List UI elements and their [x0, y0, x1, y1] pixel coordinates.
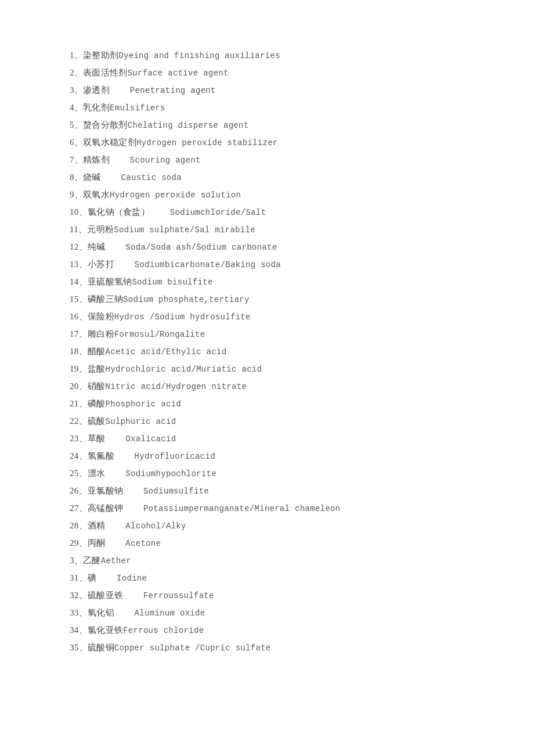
item-zh: 表面活性剂	[83, 68, 128, 77]
list-item: 12、纯碱 Soda/Soda ash/Sodium carbonate	[70, 238, 464, 255]
item-number: 21、	[70, 399, 88, 408]
list-item: 32、硫酸亚铁 Ferroussulfate	[70, 586, 464, 604]
list-item: 17、雕白粉Formosul/Rongalite	[70, 325, 464, 343]
item-en: Sodiumchloride/Salt	[150, 208, 266, 217]
list-item: 27、高锰酸钾 Potassiumpermanganate/Mineral ch…	[70, 499, 464, 517]
list-item: 16、保险粉Hydros /Sodium hydrosulfite	[70, 308, 464, 325]
item-zh: 亚氯酸钠	[88, 486, 123, 495]
list-item: 26、亚氯酸钠 Sodiumsulfite	[70, 482, 464, 499]
item-en: Acetic acid/Ethylic acid	[106, 347, 227, 357]
list-item: 6、双氧水稳定剂Hydrogen peroxide stabilizer	[70, 134, 464, 151]
list-item: 34、氯化亚铁Ferrous chloride	[70, 621, 464, 639]
item-zh: 双氧水稳定剂	[83, 138, 136, 147]
item-en: Iodine	[96, 574, 147, 583]
item-number: 17、	[70, 329, 88, 339]
item-zh: 双氧水	[83, 190, 110, 199]
list-item: 33、氧化铝 Aluminum oxide	[70, 604, 464, 621]
item-number: 31、	[70, 573, 88, 582]
item-en: Sodium sulphate/Sal mirabile	[114, 225, 255, 235]
item-number: 13、	[70, 260, 88, 269]
list-item: 15、磷酸三钠Sodium phosphate,tertiary	[70, 290, 464, 308]
item-number: 12、	[70, 242, 88, 251]
item-zh: 硝酸	[88, 381, 106, 391]
item-number: 15、	[70, 294, 88, 304]
item-en: Ferroussulfate	[123, 591, 214, 600]
list-item: 22、硫酸Sulphuric acid	[70, 412, 464, 430]
item-zh: 硫酸铜	[88, 643, 114, 652]
item-en: Acetone	[106, 539, 161, 548]
item-zh: 磷酸三钠	[88, 294, 123, 304]
item-zh: 亚硫酸氢钠	[88, 277, 132, 286]
item-en: Ferrous chloride	[123, 626, 204, 635]
item-number: 24、	[70, 451, 88, 460]
item-en: Hydros /Sodium hydrosulfite	[114, 312, 251, 322]
item-zh: 雕白粉	[88, 329, 114, 339]
list-item: 19、盐酸Hydrochloric acid/Muriatic acid	[70, 360, 464, 377]
item-en: Sodium bisulfite	[132, 278, 212, 287]
item-en: Chelating disperse agent	[128, 121, 249, 130]
item-number: 34、	[70, 625, 88, 635]
list-item: 20、硝酸Nitric acid/Hydrogen nitrate	[70, 377, 464, 395]
item-zh: 盐酸	[88, 364, 106, 373]
item-en: Hydrogen peroxide stabilizer	[136, 138, 278, 147]
item-en: Sodiumsulfite	[123, 487, 209, 496]
item-number: 25、	[70, 469, 88, 478]
list-item: 14、亚硫酸氢钠Sodium bisulfite	[70, 273, 464, 290]
list-item: 29、丙酮 Acetone	[70, 534, 464, 552]
item-number: 10、	[70, 207, 88, 217]
item-en: Sodiumbicarbonate/Baking soda	[114, 260, 281, 269]
list-item: 24、氢氟酸 Hydrofluoricacid	[70, 447, 464, 465]
item-en: Scouring agent	[110, 156, 201, 165]
item-number: 35、	[70, 643, 88, 652]
item-number: 3、	[70, 556, 83, 565]
item-zh: 元明粉	[87, 225, 114, 234]
item-en: Soda/Soda ash/Sodium carbonate	[106, 243, 277, 252]
list-item: 21、磷酸Phosphoric acid	[70, 395, 464, 412]
item-zh: 酒精	[88, 521, 106, 530]
item-en: Aether	[101, 556, 131, 566]
item-zh: 磷酸	[88, 399, 106, 408]
item-zh: 高锰酸钾	[88, 503, 123, 513]
item-number: 5、	[70, 120, 83, 129]
list-item: 35、硫酸铜Copper sulphate /Cupric sulfate	[70, 639, 464, 656]
item-en: Hydrochloric acid/Muriatic acid	[106, 365, 262, 374]
list-item: 4、乳化剂Emulsifiers	[70, 99, 464, 116]
item-number: 33、	[70, 608, 88, 617]
item-number: 29、	[70, 538, 88, 548]
item-zh: 保险粉	[88, 312, 114, 321]
item-number: 22、	[70, 416, 88, 426]
chemical-list: 1、染整助剂Dyeing and finishing auxiliaries2、…	[70, 46, 464, 656]
item-zh: 草酸	[88, 434, 106, 443]
item-en: Sodium phosphate,tertiary	[123, 295, 250, 304]
item-en: Formosul/Rongalite	[114, 330, 205, 339]
item-number: 14、	[70, 277, 88, 286]
item-zh: 硫酸	[88, 416, 106, 426]
item-number: 19、	[70, 364, 88, 373]
item-zh: 烧碱	[83, 172, 101, 182]
item-en: Hydrofluoricacid	[114, 452, 215, 461]
item-en: Surface active agent	[128, 69, 229, 78]
item-zh: 碘	[88, 573, 96, 582]
list-item: 18、醋酸Acetic acid/Ethylic acid	[70, 343, 464, 360]
item-en: Caustic soda	[101, 173, 182, 182]
item-zh: 纯碱	[88, 242, 106, 251]
item-number: 11、	[70, 225, 87, 234]
item-zh: 醋酸	[88, 347, 106, 356]
item-zh: 乙醚	[83, 556, 101, 565]
list-item: 10、氯化钠（食盐） Sodiumchloride/Salt	[70, 203, 464, 221]
item-en: Copper sulphate /Cupric sulfate	[114, 643, 271, 653]
item-zh: 丙酮	[88, 538, 106, 548]
item-en: Phosphoric acid	[106, 399, 182, 409]
item-number: 26、	[70, 486, 88, 495]
list-item: 2、表面活性剂Surface active agent	[70, 64, 464, 81]
item-en: Aluminum oxide	[114, 609, 205, 618]
item-zh: 氯化钠（食盐）	[88, 207, 150, 217]
item-en: Hydrogen peroxide solution	[110, 190, 241, 200]
item-en: Penetrating agent	[110, 86, 216, 95]
item-number: 3、	[70, 85, 83, 95]
item-number: 9、	[70, 190, 83, 199]
item-number: 23、	[70, 434, 88, 443]
list-item: 3、乙醚Aether	[70, 552, 464, 569]
list-item: 7、精炼剂 Scouring agent	[70, 151, 464, 168]
item-en: Sulphuric acid	[106, 417, 176, 426]
